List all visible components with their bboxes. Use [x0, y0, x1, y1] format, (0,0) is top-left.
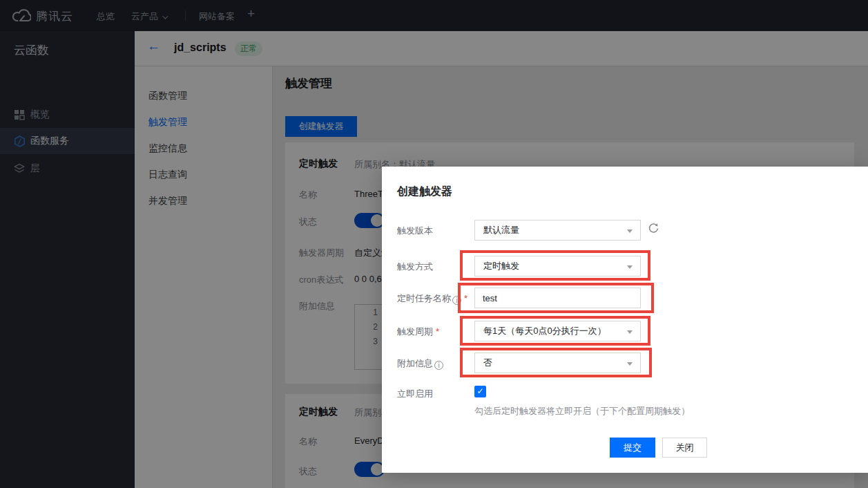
create-trigger-modal: 创建触发器 触发版本 默认流量 触发方式 定时触发 定时任务名称i* 触发周期*… [382, 167, 868, 473]
close-button[interactable]: 关闭 [662, 438, 707, 458]
field-label-enable-now: 立即启用 [397, 388, 433, 400]
trigger-cycle-select[interactable]: 每1天（每天0点0分执行一次） [474, 321, 641, 341]
selected-value: 每1天（每天0点0分执行一次） [483, 326, 606, 336]
info-icon: i [452, 296, 461, 305]
enable-now-checkbox[interactable]: ✓ [474, 386, 486, 397]
selected-value: 定时触发 [483, 261, 519, 271]
modal-title: 创建触发器 [397, 185, 452, 199]
refresh-icon[interactable] [648, 223, 659, 234]
chevron-down-icon [627, 229, 633, 233]
info-icon: i [434, 361, 443, 370]
field-label-trigger-method: 触发方式 [397, 261, 433, 273]
field-label-trigger-version: 触发版本 [397, 225, 433, 237]
selected-value: 默认流量 [483, 225, 519, 235]
enable-now-helper: 勾选后定时触发器将立即开启（于下个配置周期触发） [474, 405, 690, 417]
field-label-trigger-cycle: 触发周期* [397, 326, 439, 338]
field-label-extra-info: 附加信息i [397, 357, 443, 370]
extra-info-select[interactable]: 否 [474, 353, 641, 373]
trigger-version-select[interactable]: 默认流量 [474, 220, 641, 241]
chevron-down-icon [627, 330, 633, 334]
chevron-down-icon [627, 265, 633, 269]
trigger-method-select[interactable]: 定时触发 [474, 256, 641, 276]
selected-value: 否 [483, 357, 492, 368]
required-asterisk: * [436, 326, 439, 337]
required-asterisk: * [464, 293, 467, 303]
chevron-down-icon [627, 362, 633, 366]
submit-button[interactable]: 提交 [610, 438, 655, 458]
field-label-task-name: 定时任务名称i* [397, 292, 467, 305]
task-name-input[interactable] [474, 288, 641, 308]
